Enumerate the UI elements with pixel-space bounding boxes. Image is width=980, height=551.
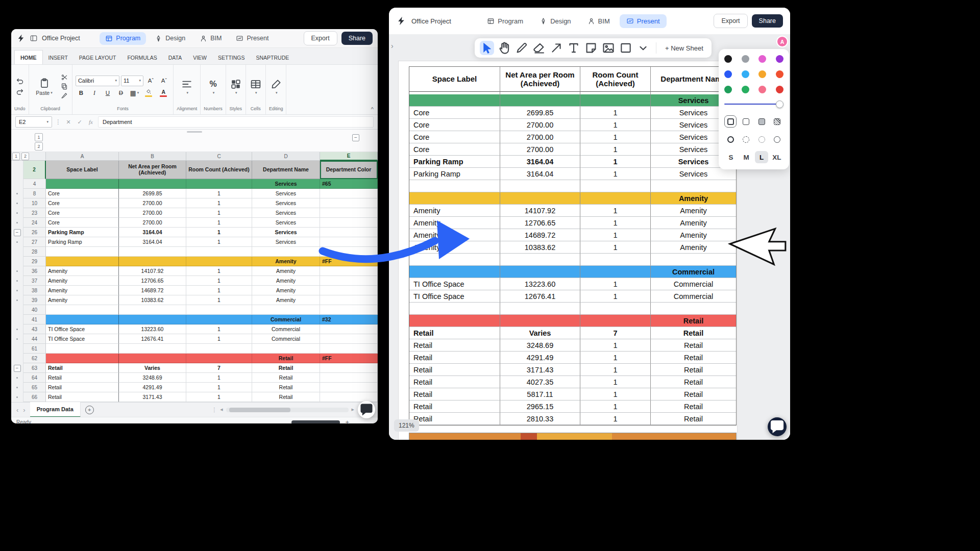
cell[interactable]: Services	[252, 179, 320, 189]
row-number[interactable]: 65	[23, 383, 46, 392]
cell[interactable]: 1	[186, 218, 252, 228]
cell[interactable]: Core	[46, 208, 119, 218]
cell[interactable]: 13223.60	[119, 324, 186, 334]
table-row[interactable]: TI Office Space12676.411Commercial	[409, 290, 736, 303]
row-number[interactable]: 23	[23, 208, 46, 218]
cell[interactable]	[320, 198, 378, 208]
row-number[interactable]: 26	[23, 228, 46, 237]
cell[interactable]: Retail	[252, 363, 320, 373]
cell[interactable]: 3164.04	[119, 228, 186, 237]
cell[interactable]: Amenity	[46, 286, 119, 295]
italic-button[interactable]: I	[89, 88, 101, 98]
bold-button[interactable]: B	[76, 88, 87, 98]
header-cell[interactable]: Room Count (Achieved)	[580, 67, 651, 92]
cell[interactable]: 1	[186, 237, 252, 247]
cell[interactable]	[320, 228, 378, 237]
enter-icon[interactable]: ✓	[76, 119, 84, 126]
collapse-ribbon-button[interactable]: ^	[371, 106, 374, 112]
cell[interactable]: 2700.00	[119, 198, 186, 208]
strikethrough-button[interactable]: D	[115, 88, 127, 98]
row-number[interactable]: 64	[23, 373, 46, 383]
cell[interactable]	[320, 286, 378, 295]
color-swatch[interactable]	[724, 55, 732, 63]
size-m-button[interactable]: M	[740, 151, 753, 163]
table-row[interactable]: Retail4291.491Retail	[409, 352, 736, 364]
header-cell[interactable]: Net Area per Room (Achieved)	[119, 161, 186, 179]
cell[interactable]: Retail	[252, 392, 320, 402]
export-button[interactable]: Export	[714, 14, 747, 28]
cell[interactable]	[320, 218, 378, 228]
color-swatch[interactable]	[724, 86, 732, 93]
table-row[interactable]: Amenity14689.721Amenity	[409, 229, 736, 241]
styles-dropdown-icon[interactable]: ▾	[235, 91, 237, 95]
table-row[interactable]: Amenity12706.651Amenity	[409, 217, 736, 229]
cell[interactable]: 4291.49	[119, 383, 186, 392]
cell[interactable]	[46, 179, 119, 189]
export-button[interactable]: Export	[304, 31, 337, 45]
cell[interactable]: 1	[186, 324, 252, 334]
add-sheet-button[interactable]: +	[85, 406, 94, 414]
cell[interactable]	[186, 354, 252, 363]
ribbon-tab-settings[interactable]: SETTINGS	[212, 51, 251, 64]
cut-button[interactable]	[60, 73, 69, 81]
outline-level-1-button[interactable]: 1	[35, 133, 43, 141]
cell[interactable]: 3248.69	[119, 373, 186, 383]
sheet-options-icon[interactable]: ⋮	[211, 407, 217, 413]
cell[interactable]	[320, 276, 378, 286]
cell[interactable]	[320, 305, 378, 315]
cell[interactable]	[252, 344, 320, 354]
cell[interactable]: Services	[252, 218, 320, 228]
table-row[interactable]: Core2699.851Services	[409, 107, 736, 119]
tab-program[interactable]: Program	[100, 32, 146, 45]
undo-button[interactable]	[15, 77, 25, 86]
select-tool[interactable]	[480, 41, 494, 55]
row-number[interactable]: 37	[23, 276, 46, 286]
cell[interactable]: 2700.00	[119, 218, 186, 228]
share-button[interactable]: Share	[752, 14, 783, 28]
cell[interactable]: #32	[320, 315, 378, 324]
cell[interactable]: Amenity	[252, 286, 320, 295]
table-row[interactable]: Retail2810.331Retail	[409, 413, 736, 425]
cell[interactable]	[119, 315, 186, 324]
table-row[interactable]: Core2700.001Services	[409, 143, 736, 156]
column-header-A[interactable]: A	[46, 152, 119, 161]
row-number[interactable]: 28	[23, 247, 46, 257]
cell[interactable]	[119, 305, 186, 315]
cell[interactable]: Retail	[252, 373, 320, 383]
stroke-style-dotted-button[interactable]	[755, 133, 768, 145]
cell[interactable]: 2700.00	[119, 208, 186, 218]
collapse-row-group-button[interactable]: −	[14, 229, 21, 236]
ribbon-tab-view[interactable]: VIEW	[187, 51, 212, 64]
cell[interactable]	[320, 324, 378, 334]
styles-button[interactable]	[229, 78, 242, 90]
table-row[interactable]: RetailVaries7Retail	[409, 327, 736, 339]
pen-tool[interactable]	[514, 41, 529, 55]
row-number[interactable]: 41	[23, 315, 46, 324]
row-number[interactable]: 38	[23, 286, 46, 295]
present-canvas[interactable]: › Space LabelNet Area per Room (Achieved…	[389, 35, 790, 440]
cell[interactable]: Amenity	[252, 266, 320, 276]
color-swatch[interactable]	[742, 70, 749, 78]
alignment-dropdown-icon[interactable]: ▾	[187, 91, 189, 95]
cell[interactable]	[119, 354, 186, 363]
cell[interactable]: 14107.92	[119, 266, 186, 276]
table-row[interactable]: Retail4027.351Retail	[409, 376, 736, 388]
cell[interactable]	[252, 305, 320, 315]
cell[interactable]: Retail	[46, 392, 119, 402]
cell[interactable]: Services	[252, 237, 320, 247]
row-number[interactable]: 4	[23, 179, 46, 189]
cell[interactable]: 1	[186, 189, 252, 198]
header-cell[interactable]: Department Color	[320, 161, 378, 179]
fill-style-shaded-button[interactable]	[755, 115, 768, 128]
table-row[interactable]: Commercial	[409, 266, 736, 278]
cell[interactable]: 1	[186, 334, 252, 344]
table-row[interactable]	[409, 254, 736, 266]
cell[interactable]: TI Office Space	[46, 324, 119, 334]
cell[interactable]	[46, 315, 119, 324]
tab-present[interactable]: Present	[230, 32, 274, 45]
cell[interactable]	[320, 383, 378, 392]
cell[interactable]: 1	[186, 295, 252, 305]
cell[interactable]: 7	[186, 363, 252, 373]
cell[interactable]	[320, 189, 378, 198]
ribbon-tab-snaptrude[interactable]: SNAPTRUDE	[251, 51, 295, 64]
